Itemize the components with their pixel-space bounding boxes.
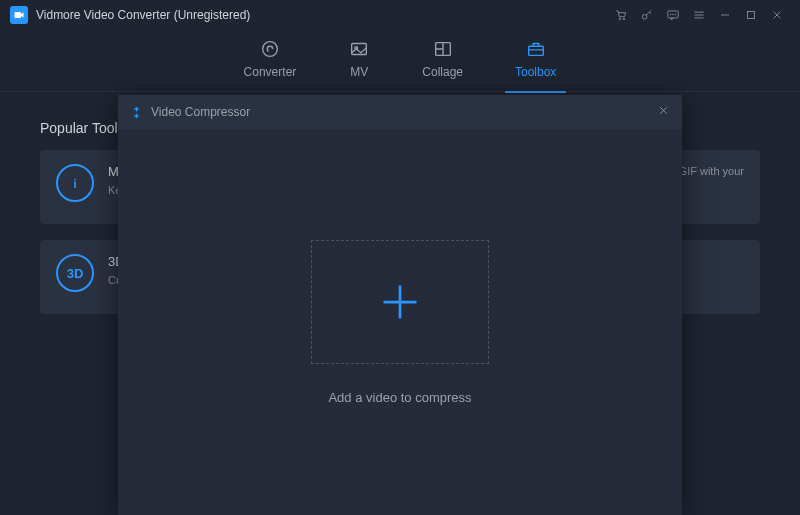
- toolbox-icon: [525, 39, 547, 59]
- menu-icon[interactable]: [686, 0, 712, 30]
- collage-icon: [432, 39, 454, 59]
- tab-mv[interactable]: MV: [348, 39, 370, 83]
- svg-rect-13: [528, 46, 543, 55]
- tab-label: Converter: [244, 65, 297, 79]
- svg-rect-10: [352, 43, 367, 54]
- tab-collage[interactable]: Collage: [422, 39, 463, 83]
- svg-point-3: [642, 14, 647, 19]
- svg-point-9: [263, 41, 278, 56]
- key-icon[interactable]: [634, 0, 660, 30]
- modal-body: Add a video to compress: [118, 129, 682, 515]
- tab-label: Collage: [422, 65, 463, 79]
- tab-toolbox[interactable]: Toolbox: [515, 39, 556, 83]
- maximize-button[interactable]: [738, 0, 764, 30]
- feedback-icon[interactable]: [660, 0, 686, 30]
- tab-label: Toolbox: [515, 65, 556, 79]
- cart-icon[interactable]: [608, 0, 634, 30]
- modal-header: Video Compressor: [118, 95, 682, 129]
- svg-rect-8: [748, 12, 755, 19]
- tab-converter[interactable]: Converter: [244, 39, 297, 83]
- add-video-dropzone[interactable]: [311, 240, 489, 364]
- svg-point-6: [673, 14, 674, 15]
- dropzone-label: Add a video to compress: [328, 390, 471, 405]
- video-compressor-modal: Video Compressor Add a video to compress: [118, 95, 682, 515]
- svg-point-2: [623, 18, 625, 20]
- minimize-button[interactable]: [712, 0, 738, 30]
- app-logo-icon: [10, 6, 28, 24]
- titlebar: Vidmore Video Converter (Unregistered): [0, 0, 800, 30]
- modal-close-button[interactable]: [657, 104, 670, 120]
- mv-icon: [348, 39, 370, 59]
- svg-rect-0: [15, 12, 22, 18]
- modal-title: Video Compressor: [151, 105, 250, 119]
- svg-point-1: [619, 18, 621, 20]
- modal-overlay: Video Compressor Add a video to compress: [0, 95, 800, 515]
- tab-label: MV: [350, 65, 368, 79]
- app-title: Vidmore Video Converter (Unregistered): [36, 8, 250, 22]
- plus-icon: [378, 280, 422, 324]
- compress-icon: [130, 106, 143, 119]
- svg-point-5: [670, 14, 671, 15]
- svg-point-7: [675, 14, 676, 15]
- close-button[interactable]: [764, 0, 790, 30]
- main-tabs: Converter MV Collage Toolbox: [0, 30, 800, 92]
- convert-icon: [259, 39, 281, 59]
